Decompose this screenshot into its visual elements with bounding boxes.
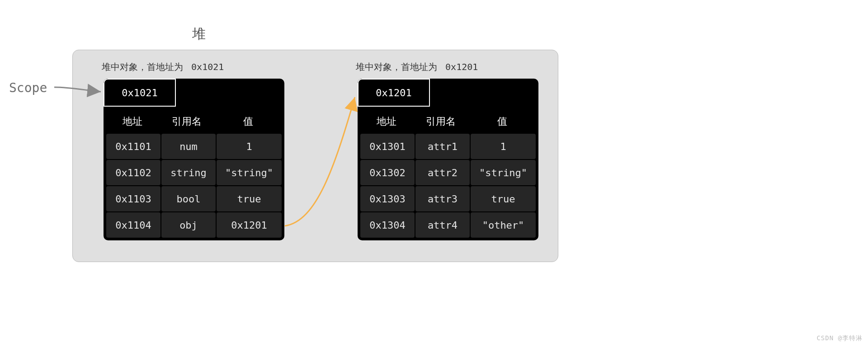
table-row: 0x1101 num 1 [106, 134, 282, 159]
cell-address: 0x1301 [360, 134, 415, 159]
cell-address: 0x1103 [106, 186, 160, 211]
diagram-canvas: 堆 Scope 堆中对象，首地址为 0x1021 堆中对象，首地址为 0x120… [0, 0, 868, 347]
block-a-caption: 堆中对象，首地址为 0x1021 [102, 61, 224, 73]
cell-address: 0x1304 [360, 212, 415, 238]
block-a-caption-addr: 0x1021 [191, 61, 224, 72]
cell-value: 0x1201 [217, 212, 282, 238]
column-header-value: 值 [468, 115, 537, 128]
table-row: 0x1302 attr2 "string" [360, 160, 536, 185]
column-header-name: 引用名 [414, 115, 468, 128]
column-header-value: 值 [214, 115, 283, 128]
cell-address: 0x1302 [360, 160, 415, 185]
table-row: 0x1102 string "string" [106, 160, 282, 185]
table-row: 0x1104 obj 0x1201 [106, 212, 282, 238]
table-row: 0x1304 attr4 "other" [360, 212, 536, 238]
cell-value: 1 [217, 134, 282, 159]
cell-name: attr1 [415, 134, 470, 159]
heap-object-block-b: 0x1201 地址 引用名 值 0x1301 attr1 1 0x1302 at… [358, 79, 538, 240]
block-b-start-address: 0x1201 [358, 79, 430, 107]
cell-name: bool [161, 186, 216, 211]
block-b-caption: 堆中对象，首地址为 0x1201 [356, 61, 478, 73]
cell-value: "string" [217, 160, 282, 185]
block-b-rows: 0x1301 attr1 1 0x1302 attr2 "string" 0x1… [358, 134, 538, 240]
cell-name: attr3 [415, 186, 470, 211]
block-a-rows: 0x1101 num 1 0x1102 string "string" 0x11… [104, 134, 284, 240]
block-a-column-headers: 地址 引用名 值 [104, 115, 284, 133]
table-row: 0x1301 attr1 1 [360, 134, 536, 159]
heap-object-block-a: 0x1021 地址 引用名 值 0x1101 num 1 0x1102 stri… [104, 79, 284, 240]
cell-name: attr2 [415, 160, 470, 185]
column-header-address: 地址 [359, 115, 414, 128]
cell-value: true [217, 186, 282, 211]
cell-name: string [161, 160, 216, 185]
column-header-name: 引用名 [160, 115, 214, 128]
cell-name: attr4 [415, 212, 470, 238]
block-b-column-headers: 地址 引用名 值 [358, 115, 538, 133]
watermark-text: CSDN @李特淋 [816, 334, 863, 342]
cell-address: 0x1101 [106, 134, 160, 159]
block-a-start-address: 0x1021 [104, 79, 176, 107]
cell-value: 1 [471, 134, 536, 159]
block-b-caption-prefix: 堆中对象，首地址为 [356, 61, 437, 72]
cell-name: num [161, 134, 216, 159]
block-b-caption-addr: 0x1201 [445, 61, 478, 72]
cell-address: 0x1102 [106, 160, 160, 185]
scope-label: Scope [9, 80, 47, 95]
cell-value: "string" [471, 160, 536, 185]
cell-address: 0x1104 [106, 212, 160, 238]
heap-title: 堆 [192, 25, 209, 43]
column-header-address: 地址 [105, 115, 160, 128]
table-row: 0x1303 attr3 true [360, 186, 536, 211]
cell-name: obj [161, 212, 216, 238]
block-a-caption-prefix: 堆中对象，首地址为 [102, 61, 183, 72]
cell-value: true [471, 186, 536, 211]
cell-address: 0x1303 [360, 186, 415, 211]
cell-value: "other" [471, 212, 536, 238]
table-row: 0x1103 bool true [106, 186, 282, 211]
